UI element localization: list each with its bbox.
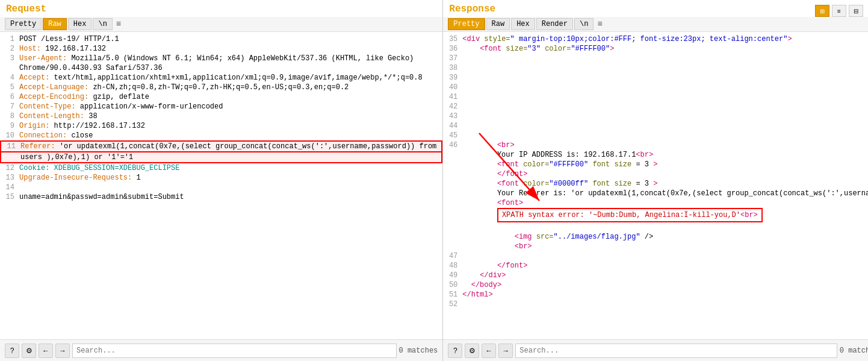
request-line-6: 6 Accept-Encoding: gzip, deflate	[0, 92, 442, 102]
request-line-3b: Chrome/90.0.4430.93 Safari/537.36	[0, 63, 442, 73]
response-line-46c: </font>	[443, 169, 868, 179]
request-line-15: 15 uname=admin&passwd=admin&submit=Submi…	[0, 192, 442, 202]
response-line-42: 42	[443, 102, 868, 111]
response-line-44: 44	[443, 121, 868, 131]
response-line-38: 38	[443, 63, 868, 73]
response-line-51: 51 </html>	[443, 290, 868, 300]
response-tab-menu[interactable]: ≡	[597, 19, 602, 29]
response-line-46: 46 <br>	[443, 140, 868, 150]
request-line-13: 13 Upgrade-Insecure-Requests: 1	[0, 173, 442, 183]
request-line-9: 9 Origin: http://192.168.17.132	[0, 121, 442, 131]
tab-response-raw[interactable]: Raw	[486, 18, 510, 30]
xpath-error-box: XPATH syntax error: '~Dumb:Dumb, Angelin…	[497, 208, 763, 222]
response-line-46f: <font>	[443, 198, 868, 208]
response-line-36: 36 <font size="3" color="#FFFF00">	[443, 44, 868, 54]
response-help-button[interactable]: ?	[448, 344, 462, 358]
tab-response-pretty[interactable]: Pretty	[448, 18, 485, 30]
response-line-46e: Your Referer is: 'or updatexml(1,concat(…	[443, 189, 868, 198]
response-line-46h: <img src="../images/flag.jpg" />	[443, 232, 868, 242]
request-search-bar: ? ⚙ ← → 0 matches	[0, 339, 442, 361]
compact-view-button[interactable]: ⊟	[849, 5, 863, 17]
request-line-4: 4 Accept: text/html,application/xhtml+xm…	[0, 73, 442, 83]
response-title: Response	[443, 0, 868, 17]
request-line-10: 10 Connection: close	[0, 131, 442, 140]
tab-request-newline[interactable]: \n	[93, 18, 112, 30]
response-line-46a: Your IP ADDRESS is: 192.168.17.1<br>	[443, 150, 868, 160]
request-line-8: 8 Content-Length: 38	[0, 111, 442, 121]
request-line-1: 1 POST /Less-19/ HTTP/1.1	[0, 34, 442, 44]
tab-response-render[interactable]: Render	[536, 18, 573, 30]
response-xpath-error-line: XPATH syntax error: '~Dumb:Dumb, Angelin…	[443, 208, 868, 222]
response-line-39: 39	[443, 73, 868, 83]
request-tab-bar: Pretty Raw Hex \n ≡	[0, 17, 442, 32]
response-line-49: 49 </div>	[443, 271, 868, 280]
response-line-41: 41	[443, 92, 868, 102]
request-code-area[interactable]: 1 POST /Less-19/ HTTP/1.1 2 Host: 192.16…	[0, 32, 442, 339]
response-line-40: 40	[443, 83, 868, 92]
request-title: Request	[0, 0, 442, 17]
tab-response-newline[interactable]: \n	[574, 18, 594, 30]
tab-request-pretty[interactable]: Pretty	[5, 18, 42, 30]
request-next-button[interactable]: →	[55, 344, 70, 358]
request-line-2: 2 Host: 192.168.17.132	[0, 44, 442, 54]
response-line-46g	[443, 222, 868, 232]
response-line-46d: <font color="#0000ff" font size = 3 >	[443, 179, 868, 189]
response-line-45: 45	[443, 131, 868, 140]
response-search-input[interactable]	[515, 344, 837, 358]
request-settings-button[interactable]: ⚙	[22, 344, 36, 358]
response-line-52: 52	[443, 300, 868, 309]
tab-request-hex[interactable]: Hex	[68, 18, 92, 30]
response-line-35: 35 <div style=" margin-top:10px;color:#F…	[443, 34, 868, 44]
request-line-14: 14	[0, 183, 442, 192]
response-line-48: 48 </font>	[443, 261, 868, 271]
view-toolbar: ⊞ ≡ ⊟	[815, 5, 863, 17]
request-line-7: 7 Content-Type: application/x-www-form-u…	[0, 102, 442, 111]
list-view-button[interactable]: ≡	[832, 5, 846, 17]
response-line-50: 50 </body>	[443, 280, 868, 290]
response-tab-bar: Pretty Raw Hex Render \n ≡	[443, 17, 868, 32]
tab-request-raw[interactable]: Raw	[43, 18, 67, 30]
response-prev-button[interactable]: ←	[482, 344, 496, 358]
request-search-input[interactable]	[72, 344, 397, 358]
response-search-matches: 0 matches	[840, 347, 868, 355]
response-line-46i: <br>	[443, 242, 868, 251]
request-search-matches: 0 matches	[399, 347, 438, 355]
response-code-area[interactable]: 35 <div style=" margin-top:10px;color:#F…	[443, 32, 868, 339]
response-settings-button[interactable]: ⚙	[465, 344, 479, 358]
request-line-3: 3 User-Agent: Mozilla/5.0 (Windows NT 6.…	[0, 54, 442, 63]
response-line-46b: <font color="#FFFF00" font size = 3 >	[443, 160, 868, 169]
response-search-bar: ? ⚙ ← → 0 matches	[443, 339, 868, 361]
request-line-11-highlight: 11 Referer: 'or updatexml(1,concat(0x7e,…	[0, 140, 442, 152]
response-panel: Response Pretty Raw Hex Render \n ≡	[443, 0, 868, 361]
response-next-button[interactable]: →	[498, 344, 513, 358]
request-line-12: 12 Cookie: XDEBUG_SESSION=XDEBUG_ECLIPSE	[0, 163, 442, 173]
split-view-button[interactable]: ⊞	[815, 5, 829, 17]
request-line-11b-highlight: users ),0x7e),1) or '1'='1	[0, 152, 442, 163]
request-line-5: 5 Accept-Language: zh-CN,zh;q=0.8,zh-TW;…	[0, 83, 442, 92]
response-line-43: 43	[443, 111, 868, 121]
tab-response-hex[interactable]: Hex	[511, 18, 535, 30]
request-help-button[interactable]: ?	[5, 344, 19, 358]
response-line-37: 37	[443, 54, 868, 63]
request-prev-button[interactable]: ←	[39, 344, 53, 358]
request-panel: Request Pretty Raw Hex \n ≡ 1 POST /Less…	[0, 0, 443, 361]
request-tab-menu[interactable]: ≡	[116, 19, 121, 29]
response-line-47: 47	[443, 251, 868, 261]
